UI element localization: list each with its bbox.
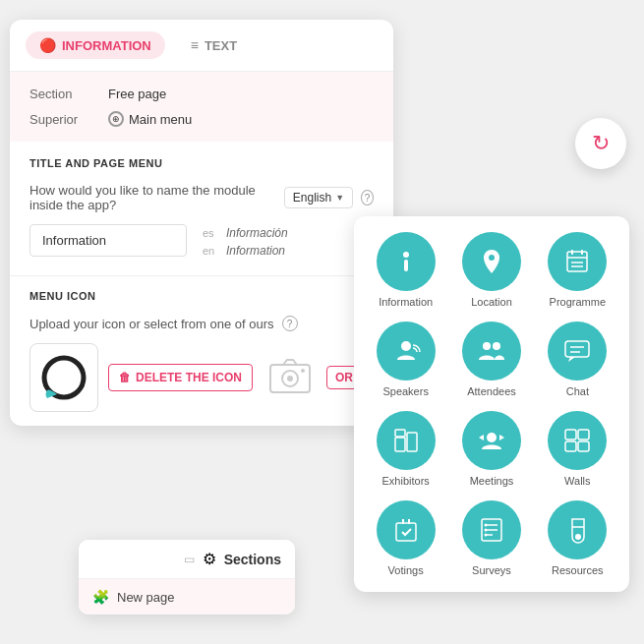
sections-header: ▭ ⚙ Sections — [79, 540, 295, 579]
new-page-label: New page — [117, 590, 175, 605]
delete-icon-button[interactable]: 🗑 DELETE THE ICON — [108, 364, 253, 391]
section-value: Free page — [108, 87, 166, 101]
language-value: English — [293, 191, 331, 205]
photo-icon — [265, 353, 315, 402]
icon-item-exhibitors[interactable]: Exhibitors — [370, 411, 441, 487]
svg-point-23 — [487, 433, 497, 442]
svg-rect-22 — [395, 430, 405, 437]
lang-code-es: es — [203, 227, 220, 239]
icon-label-votings: Votings — [388, 564, 424, 576]
icon-item-votings[interactable]: Votings — [370, 500, 441, 576]
icon-item-chat[interactable]: Chat — [542, 322, 614, 397]
icon-circle-information — [377, 232, 436, 291]
section-label: Section — [29, 87, 108, 101]
icon-label-chat: Chat — [566, 385, 589, 397]
icon-upload-area: 🗑 DELETE THE ICON OR S — [29, 343, 374, 412]
icons-grid-panel: Information Location Programme Speakers … — [354, 216, 629, 592]
svg-point-7 — [489, 255, 495, 261]
icon-label-attendees: Attendees — [467, 385, 516, 397]
module-name-input[interactable] — [29, 224, 187, 257]
svg-rect-10 — [571, 250, 573, 255]
new-page-item[interactable]: 🧩 New page — [79, 579, 295, 615]
icon-item-meetings[interactable]: Meetings — [455, 411, 527, 487]
menu-icon-heading: MENU ICON — [29, 290, 374, 302]
icon-label-surveys: Surveys — [472, 564, 511, 576]
svg-rect-8 — [567, 252, 587, 271]
icon-circle-votings — [377, 500, 436, 559]
superior-row: Superior ⊕ Main menu — [29, 106, 374, 132]
icon-label-speakers: Speakers — [382, 385, 428, 397]
language-dropdown[interactable]: English ▼ — [284, 187, 353, 208]
tab-text[interactable]: ≡ TEXT — [177, 31, 251, 59]
info-tab-icon: 🔴 — [39, 37, 56, 53]
icon-item-walls[interactable]: Walls — [542, 411, 614, 487]
refresh-icon: ↻ — [592, 131, 610, 156]
text-tab-icon: ≡ — [191, 37, 199, 53]
refresh-button[interactable]: ↻ — [575, 118, 626, 169]
svg-point-3 — [287, 376, 293, 381]
svg-rect-27 — [578, 441, 589, 451]
svg-point-34 — [484, 529, 487, 532]
menu-icon-section: MENU ICON Upload your icon or select fro… — [10, 275, 393, 426]
icon-item-speakers[interactable]: Speakers — [370, 322, 441, 397]
trash-icon: 🗑 — [119, 371, 131, 384]
icon-circle-chat — [548, 322, 607, 381]
superior-value: ⊕ Main menu — [108, 111, 192, 127]
module-name-question: How would you like to name the module in… — [29, 183, 374, 212]
icon-item-resources[interactable]: Resources — [542, 500, 614, 576]
info-panel: 🔴 INFORMATION ≡ TEXT Section Free page S… — [10, 20, 393, 426]
title-section-heading: TITLE AND PAGE MENU — [29, 157, 374, 169]
uploaded-icon-box — [29, 343, 98, 412]
icon-circle-surveys — [462, 500, 521, 559]
tab-information[interactable]: 🔴 INFORMATION — [26, 31, 165, 59]
svg-point-33 — [484, 524, 487, 527]
svg-point-16 — [493, 342, 500, 350]
icon-label-walls: Walls — [564, 475, 590, 487]
delete-label: DELETE THE ICON — [136, 371, 242, 384]
photo-placeholder — [263, 351, 317, 405]
icon-label-resources: Resources — [552, 564, 604, 576]
translations-list: es Información en Information — [203, 224, 288, 260]
icon-circle-resources — [548, 500, 607, 559]
main-menu-icon: ⊕ — [108, 111, 124, 127]
icon-circle-exhibitors — [377, 411, 436, 470]
translation-en-text: Information — [226, 244, 285, 258]
icon-item-location[interactable]: Location — [455, 232, 527, 308]
custom-icon-svg — [39, 353, 88, 402]
icon-item-surveys[interactable]: Surveys — [455, 500, 527, 576]
svg-rect-25 — [578, 430, 589, 439]
superior-label: Superior — [29, 112, 108, 127]
question-text: How would you like to name the module in… — [29, 183, 276, 212]
svg-rect-6 — [404, 260, 408, 271]
svg-rect-26 — [565, 441, 576, 451]
icon-circle-attendees — [462, 322, 521, 381]
svg-point-37 — [575, 534, 581, 540]
upload-help-icon[interactable]: ? — [282, 316, 298, 331]
svg-point-15 — [483, 342, 491, 350]
section-row: Section Free page — [29, 82, 374, 106]
icon-item-information[interactable]: Information — [370, 232, 441, 308]
icon-label-information: Information — [379, 296, 433, 308]
icon-label-programme: Programme — [550, 296, 606, 308]
tab-information-label: INFORMATION — [62, 38, 151, 53]
svg-rect-21 — [407, 433, 417, 451]
collapse-icon[interactable]: ▭ — [184, 553, 195, 566]
title-page-section: TITLE AND PAGE MENU How would you like t… — [10, 142, 393, 275]
lang-code-en: en — [203, 245, 220, 257]
translation-es: es Información — [203, 224, 288, 242]
tab-text-label: TEXT — [205, 38, 237, 53]
icon-circle-meetings — [462, 411, 521, 470]
icon-item-attendees[interactable]: Attendees — [455, 322, 527, 397]
icon-circle-walls — [548, 411, 607, 470]
info-table: Section Free page Superior ⊕ Main menu — [10, 72, 393, 142]
svg-point-14 — [401, 341, 411, 351]
icon-label-exhibitors: Exhibitors — [382, 475, 430, 487]
help-icon[interactable]: ? — [361, 190, 374, 205]
icon-item-programme[interactable]: Programme — [542, 232, 614, 308]
gear-icon: ⚙ — [203, 550, 216, 568]
svg-point-4 — [301, 369, 305, 373]
svg-point-35 — [484, 534, 487, 537]
upload-label: Upload your icon or select from one of o… — [29, 317, 274, 331]
svg-rect-28 — [396, 523, 416, 541]
icons-grid: Information Location Programme Speakers … — [370, 232, 614, 576]
